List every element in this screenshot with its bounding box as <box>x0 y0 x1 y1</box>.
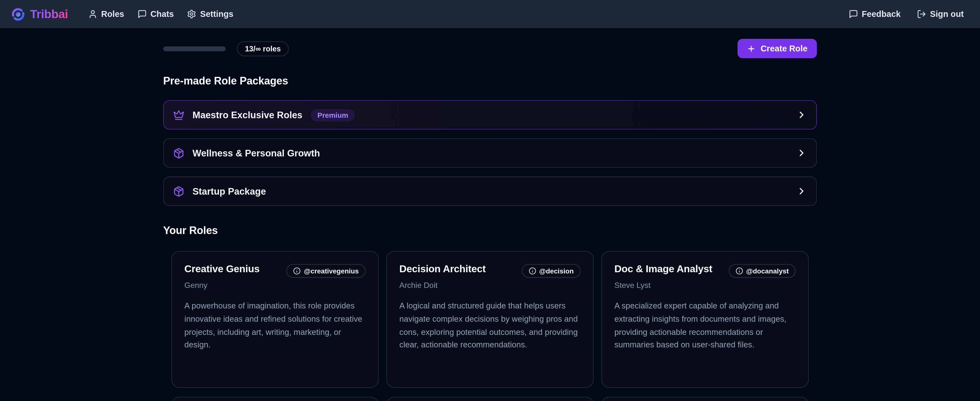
role-description: A specialized expert capable of analyzin… <box>614 300 795 352</box>
package-row-wellness[interactable]: Wellness & Personal Growth <box>163 138 817 168</box>
package-icon <box>173 185 185 197</box>
sign-out-button[interactable]: Sign out <box>917 9 964 19</box>
package-icon <box>173 147 185 159</box>
main-content: 13/∞ roles Create Role Pre-made Role Pac… <box>163 39 817 401</box>
brand-name: Tribbai <box>30 7 68 21</box>
chevron-right-icon <box>796 186 807 197</box>
role-card-doc-image-analyst[interactable]: Doc & Image Analyst @docanalyst Steve Ly… <box>601 251 809 388</box>
role-card[interactable] <box>601 397 809 401</box>
role-cards-grid: Creative Genius @creativegenius Genny A … <box>171 251 808 388</box>
brand-logo-icon <box>11 7 25 21</box>
create-role-label: Create Role <box>760 44 808 53</box>
nav-item-label: Chats <box>150 9 174 19</box>
role-card[interactable] <box>386 397 594 401</box>
nav-item-label: Settings <box>200 9 233 19</box>
role-handle: @decision <box>539 267 574 275</box>
feedback-button[interactable]: Feedback <box>848 9 900 19</box>
sign-out-label: Sign out <box>930 9 964 19</box>
logout-icon <box>917 9 926 19</box>
info-icon <box>529 267 536 275</box>
chevron-right-icon <box>796 148 807 158</box>
role-subtitle: Genny <box>185 281 366 290</box>
premium-badge: Premium <box>310 109 355 121</box>
role-handle-badge[interactable]: @decision <box>522 264 581 278</box>
role-card[interactable] <box>171 397 379 401</box>
brand-logo[interactable]: Tribbai <box>11 7 68 21</box>
package-title: Startup Package <box>192 186 266 197</box>
role-handle-badge[interactable]: @docanalyst <box>729 264 795 278</box>
role-title: Creative Genius <box>185 264 260 275</box>
gear-icon <box>187 9 196 19</box>
role-card-creative-genius[interactable]: Creative Genius @creativegenius Genny A … <box>171 251 379 388</box>
top-navigation-bar: Tribbai Roles Chats Settings Feedb <box>0 0 980 28</box>
roles-count-badge: 13/∞ roles <box>237 41 289 56</box>
card-header: Decision Architect @decision <box>399 264 581 278</box>
role-title: Doc & Image Analyst <box>614 264 712 275</box>
nav-item-chats[interactable]: Chats <box>137 9 174 19</box>
chevron-right-icon <box>796 109 807 120</box>
card-header: Doc & Image Analyst @docanalyst <box>614 264 795 278</box>
role-cards-grid-partial <box>171 397 808 401</box>
roles-progress-bar <box>163 46 226 51</box>
nav-item-label: Roles <box>101 9 124 19</box>
role-description: A powerhouse of imagination, this role p… <box>185 300 366 352</box>
roles-toolbar: 13/∞ roles Create Role <box>163 39 817 58</box>
package-row-maestro[interactable]: Maestro Exclusive Roles Premium <box>163 100 817 129</box>
app-window: Tribbai Roles Chats Settings Feedb <box>0 0 980 401</box>
plus-icon <box>747 44 756 53</box>
message-icon <box>137 9 146 19</box>
feedback-label: Feedback <box>862 9 900 19</box>
crown-icon <box>173 109 185 120</box>
create-role-button[interactable]: Create Role <box>737 39 817 58</box>
your-roles-heading: Your Roles <box>163 225 817 237</box>
role-card-decision-architect[interactable]: Decision Architect @decision Archie Doit… <box>386 251 594 388</box>
package-title: Wellness & Personal Growth <box>192 148 320 158</box>
role-subtitle: Steve Lyst <box>614 281 795 290</box>
package-title: Maestro Exclusive Roles <box>192 109 302 120</box>
card-header: Creative Genius @creativegenius <box>185 264 366 278</box>
info-icon <box>293 267 301 275</box>
role-description: A logical and structured guide that help… <box>399 300 581 352</box>
info-icon <box>735 267 743 275</box>
role-subtitle: Archie Doit <box>399 281 581 290</box>
user-icon <box>88 9 97 19</box>
nav-item-roles[interactable]: Roles <box>88 9 124 19</box>
role-handle-badge[interactable]: @creativegenius <box>286 264 366 278</box>
role-handle: @creativegenius <box>304 267 359 275</box>
role-handle: @docanalyst <box>746 267 789 275</box>
package-row-startup[interactable]: Startup Package <box>163 177 817 206</box>
role-title: Decision Architect <box>399 264 485 275</box>
message-icon <box>848 9 858 19</box>
premade-packages-heading: Pre-made Role Packages <box>163 75 817 88</box>
nav-item-settings[interactable]: Settings <box>187 9 234 19</box>
